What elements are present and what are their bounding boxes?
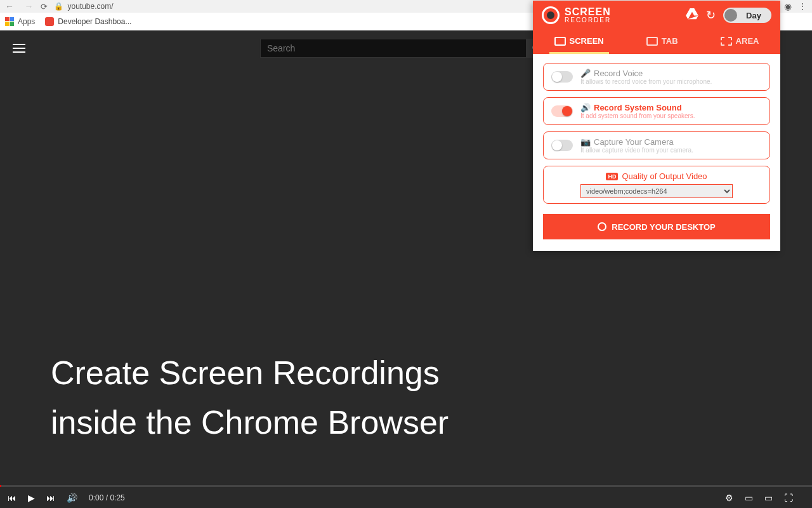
microphone-icon: 🎤 <box>580 69 591 78</box>
recorder-logo-text: SCREEN RECORDER <box>565 7 611 23</box>
previous-button[interactable]: ⏮ <box>8 493 16 503</box>
option-record-system-sound[interactable]: 🔊Record System Sound It add system sound… <box>543 97 770 125</box>
screen-icon <box>554 37 566 46</box>
extension-icon[interactable]: ◉ <box>784 1 792 11</box>
camera-icon: 📷 <box>580 137 591 147</box>
address-url: youtube.com/ <box>67 2 113 11</box>
play-button[interactable]: ▶ <box>28 493 35 503</box>
quality-select[interactable]: video/webm;codecs=h264 <box>580 184 733 198</box>
bookmark-developer-dashboard[interactable]: Developer Dashboa... <box>45 17 131 26</box>
option-capture-camera[interactable]: 📷Capture Your Camera It allow capture vi… <box>543 131 770 159</box>
next-button[interactable]: ⏭ <box>46 493 55 503</box>
time-total: 0:25 <box>110 493 124 502</box>
video-player-bar: ⏮ ▶ ⏭ 🔊 0:00 / 0:25 ⚙ ▭ ▭ ⛶ <box>0 485 812 508</box>
search-container <box>260 39 546 58</box>
marketing-overlay-text: Create Screen Recordings inside the Chro… <box>51 348 449 447</box>
system-sound-toggle[interactable] <box>551 105 573 117</box>
apps-grid-icon <box>5 17 14 26</box>
miniplayer-icon[interactable]: ▭ <box>745 493 753 503</box>
area-icon <box>721 37 732 46</box>
theater-icon[interactable]: ▭ <box>764 493 773 503</box>
capture-mode-tabs: SCREEN TAB AREA <box>533 30 780 54</box>
popup-header: SCREEN RECORDER ↻ Day <box>533 1 780 30</box>
camera-toggle[interactable] <box>551 140 573 151</box>
settings-icon[interactable]: ⚙ <box>725 493 733 503</box>
apps-button[interactable]: Apps <box>5 17 35 26</box>
overlay-line-1: Create Screen Recordings <box>51 348 449 398</box>
time-display: 0:00 / 0:25 <box>89 493 125 502</box>
toggle-knob <box>724 9 737 22</box>
volume-button[interactable]: 🔊 <box>67 493 77 503</box>
option-quality: HD Quality of Output Video video/webm;co… <box>543 166 770 204</box>
lock-icon: 🔒 <box>54 2 63 11</box>
tab-icon <box>646 37 658 46</box>
tab-area[interactable]: AREA <box>716 30 764 54</box>
hamburger-icon[interactable] <box>13 44 25 53</box>
menu-icon[interactable]: ⋮ <box>798 1 807 11</box>
record-circle-icon <box>598 222 606 231</box>
popup-body: 🎤Record Voice It allows to record voice … <box>533 54 780 251</box>
search-input[interactable] <box>260 39 527 58</box>
nav-arrows: ← → <box>5 1 41 12</box>
screen-recorder-popup: SCREEN RECORDER ↻ Day SCREEN TAB AREA <box>533 1 780 251</box>
reload-icon[interactable]: ⟳ <box>41 2 48 11</box>
back-icon[interactable]: ← <box>5 1 14 11</box>
apps-label: Apps <box>18 17 35 26</box>
speaker-icon: 🔊 <box>580 103 591 112</box>
reset-icon[interactable]: ↻ <box>706 8 716 22</box>
voice-toggle[interactable] <box>551 71 573 83</box>
option-record-voice[interactable]: 🎤Record Voice It allows to record voice … <box>543 63 770 91</box>
overlay-line-2: inside the Chrome Browser <box>51 398 449 447</box>
bookmark-label: Developer Dashboa... <box>58 17 131 26</box>
google-drive-icon[interactable] <box>686 8 698 23</box>
fullscreen-icon[interactable]: ⛶ <box>784 493 793 503</box>
theme-label: Day <box>737 11 770 20</box>
tab-screen[interactable]: SCREEN <box>549 30 609 54</box>
time-current: 0:00 <box>89 493 103 502</box>
recorder-logo-icon <box>542 6 560 24</box>
bookmark-favicon <box>45 17 54 26</box>
hd-badge-icon: HD <box>606 173 618 180</box>
record-desktop-button[interactable]: RECORD YOUR DESKTOP <box>543 214 770 239</box>
forward-icon[interactable]: → <box>24 1 33 11</box>
tab-tab[interactable]: TAB <box>641 30 683 54</box>
theme-toggle[interactable]: Day <box>723 8 771 23</box>
progress-bar[interactable] <box>0 485 812 487</box>
